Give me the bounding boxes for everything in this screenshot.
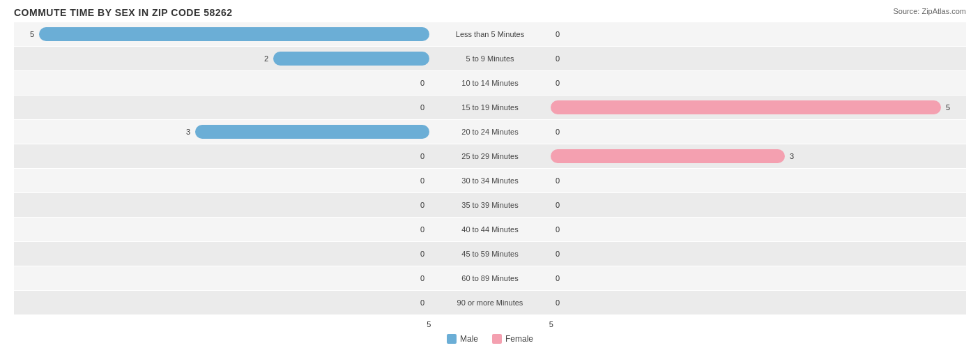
right-section: 3	[548, 149, 966, 163]
bar-row: 0 40 to 44 Minutes 0	[14, 218, 966, 241]
female-value: 0	[553, 250, 562, 258]
male-bar	[195, 125, 429, 139]
male-value: 0	[418, 274, 427, 282]
female-value: 0	[553, 298, 562, 307]
right-section: 0	[548, 222, 966, 236]
left-section: 0	[14, 222, 432, 236]
male-value: 0	[418, 79, 427, 87]
legend: Male Female	[14, 334, 966, 344]
male-value: 5	[28, 30, 36, 38]
row-label: 90 or more Minutes	[432, 298, 548, 307]
row-label: Less than 5 Minutes	[432, 30, 548, 38]
row-label: 30 to 34 Minutes	[432, 176, 548, 185]
left-section: 0	[14, 174, 432, 188]
left-section: 0	[14, 149, 432, 163]
left-section: 0	[14, 100, 432, 114]
row-label: 10 to 14 Minutes	[432, 79, 548, 87]
row-label: 20 to 24 Minutes	[432, 128, 548, 136]
bar-row: 0 90 or more Minutes 0	[14, 291, 966, 314]
row-label: 60 to 89 Minutes	[432, 274, 548, 282]
row-label: 35 to 39 Minutes	[432, 201, 548, 209]
left-section: 0	[14, 296, 432, 310]
right-section: 0	[548, 52, 966, 66]
female-value: 0	[553, 30, 562, 38]
axis-left-val: 5	[427, 320, 431, 328]
male-value: 3	[184, 128, 192, 136]
right-section: 0	[548, 296, 966, 310]
bar-row: 5 Less than 5 Minutes 0	[14, 22, 966, 46]
row-label: 5 to 9 Minutes	[432, 54, 548, 63]
female-value: 0	[553, 201, 562, 209]
legend-female: Female	[492, 334, 533, 344]
female-value: 0	[553, 79, 562, 87]
chart-title: COMMUTE TIME BY SEX IN ZIP CODE 58262	[14, 7, 966, 18]
right-section: 0	[548, 76, 966, 90]
right-section: 0	[548, 174, 966, 188]
chart-container: COMMUTE TIME BY SEX IN ZIP CODE 58262 So…	[0, 0, 980, 364]
right-section: 0	[548, 247, 966, 261]
bar-row: 0 15 to 19 Minutes 5	[14, 96, 966, 119]
bar-row: 0 30 to 34 Minutes 0	[14, 169, 966, 192]
row-label: 40 to 44 Minutes	[432, 225, 548, 234]
chart-area: 5 Less than 5 Minutes 0 2 5 to 9 Minutes…	[14, 22, 966, 314]
female-value: 0	[553, 176, 562, 185]
left-section: 2	[14, 52, 432, 66]
female-bar	[551, 149, 785, 163]
female-value: 5	[944, 103, 952, 112]
right-section: 0	[548, 271, 966, 285]
legend-male-box	[447, 334, 457, 344]
female-value: 0	[553, 274, 562, 282]
axis-row: 5 5	[14, 317, 966, 331]
left-section: 0	[14, 247, 432, 261]
legend-female-box	[492, 334, 502, 344]
left-section: 3	[14, 125, 432, 139]
male-bar	[273, 52, 429, 66]
right-section: 0	[548, 125, 966, 139]
male-value: 0	[418, 298, 427, 307]
legend-male-label: Male	[460, 334, 478, 344]
male-value: 0	[418, 152, 427, 160]
male-value: 0	[418, 225, 427, 234]
left-section: 0	[14, 76, 432, 90]
axis-right: 5	[546, 320, 966, 328]
female-value: 0	[553, 54, 562, 63]
male-value: 0	[418, 103, 427, 112]
bar-row: 0 45 to 59 Minutes 0	[14, 242, 966, 266]
right-section: 0	[548, 198, 966, 212]
row-label: 25 to 29 Minutes	[432, 152, 548, 160]
row-label: 15 to 19 Minutes	[432, 103, 548, 112]
bar-row: 0 25 to 29 Minutes 3	[14, 144, 966, 168]
axis-left: 5	[14, 320, 434, 328]
left-section: 5	[14, 27, 432, 41]
male-value: 2	[262, 54, 270, 63]
female-value: 0	[553, 128, 562, 136]
right-section: 5	[548, 100, 966, 114]
male-value: 0	[418, 176, 427, 185]
left-section: 0	[14, 271, 432, 285]
female-value: 0	[553, 225, 562, 234]
axis-right-val: 5	[549, 320, 553, 328]
male-bar	[39, 27, 429, 41]
bar-row: 2 5 to 9 Minutes 0	[14, 47, 966, 70]
source-text: Source: ZipAtlas.com	[893, 7, 966, 15]
male-value: 0	[418, 250, 427, 258]
right-section: 0	[548, 27, 966, 41]
bar-row: 3 20 to 24 Minutes 0	[14, 120, 966, 144]
left-section: 0	[14, 198, 432, 212]
legend-male: Male	[447, 334, 478, 344]
bar-row: 0 60 to 89 Minutes 0	[14, 266, 966, 290]
female-bar	[551, 100, 941, 114]
female-value: 3	[788, 152, 796, 160]
bar-row: 0 35 to 39 Minutes 0	[14, 193, 966, 217]
bar-row: 0 10 to 14 Minutes 0	[14, 71, 966, 95]
male-value: 0	[418, 201, 427, 209]
legend-female-label: Female	[505, 334, 533, 344]
row-label: 45 to 59 Minutes	[432, 250, 548, 258]
